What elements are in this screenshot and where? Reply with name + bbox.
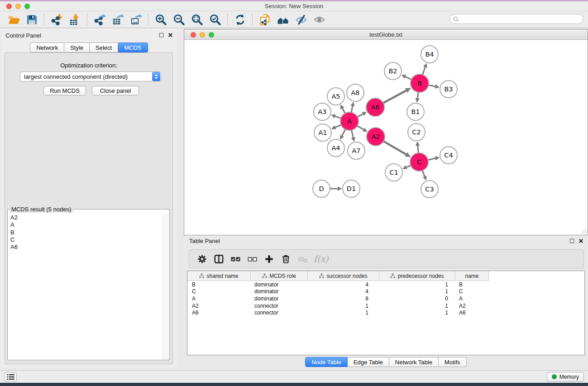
first-neighbors-icon[interactable] [274, 13, 292, 26]
cell-MCDS-role[interactable]: dominator [251, 281, 308, 288]
tab-network[interactable]: Network [30, 43, 64, 52]
cell-MCDS-role[interactable]: dominator [251, 295, 308, 302]
graph-node-A6[interactable]: A6 [366, 98, 384, 116]
mcds-result-item[interactable]: A2 [10, 214, 162, 221]
graph-edge-A-A3[interactable] [331, 114, 342, 119]
criterion-dropdown[interactable]: largest connected component (directed) [20, 71, 161, 81]
cell-MCDS-role[interactable]: connector [251, 303, 308, 309]
mcds-result-item[interactable]: B [10, 229, 162, 236]
open-session-icon[interactable] [5, 13, 23, 26]
graph-edge-B-B1[interactable] [415, 91, 420, 103]
graph-edge-C-C1[interactable] [402, 165, 411, 169]
import-table-icon[interactable] [66, 13, 84, 26]
graph-node-A7[interactable]: A7 [348, 142, 365, 159]
cell-predecessor-nodes[interactable]: 1 [379, 310, 455, 316]
cell-predecessor-nodes[interactable]: 1 [379, 303, 455, 309]
zoom-selected-icon[interactable] [206, 13, 224, 26]
cell-shared-name[interactable]: A [187, 295, 251, 302]
cell-name[interactable]: B [455, 281, 489, 288]
export-network-icon[interactable] [91, 13, 109, 26]
graph-node-D[interactable]: D [313, 180, 330, 197]
mcds-result-item[interactable]: C [10, 236, 162, 243]
search-box[interactable] [449, 14, 583, 24]
mcds-result-list[interactable]: A2ABCA6 [8, 212, 162, 360]
graph-edge-A6-B[interactable] [382, 88, 411, 103]
hide-selected-icon[interactable] [292, 13, 310, 26]
cell-successor-nodes[interactable]: 4 [308, 288, 379, 295]
cell-successor-nodes[interactable]: 1 [308, 303, 379, 309]
save-session-icon[interactable] [23, 13, 41, 26]
graph-node-C1[interactable]: C1 [385, 164, 402, 181]
column-header-MCDS-role[interactable]: MCDS role [251, 271, 308, 281]
graph-node-A3[interactable]: A3 [314, 103, 331, 120]
table-row[interactable]: Bdominator41B [187, 281, 584, 288]
graph-edge-C-C3[interactable] [422, 170, 426, 181]
cell-successor-nodes[interactable]: 4 [308, 281, 379, 288]
cell-name[interactable]: A [455, 295, 489, 302]
graph-node-B1[interactable]: B1 [407, 103, 424, 120]
show-all-icon[interactable] [310, 13, 328, 26]
graph-edge-C-C2[interactable] [416, 141, 420, 154]
graph-node-A5[interactable]: A5 [327, 88, 344, 105]
run-mcds-button[interactable]: Run MCDS [43, 86, 86, 95]
graph-node-C3[interactable]: C3 [421, 181, 438, 198]
graph-edge-C-C4[interactable] [427, 156, 440, 160]
graph-edge-B-B2[interactable] [402, 75, 412, 80]
table-row[interactable]: Adominator80A [187, 295, 584, 302]
graph-edge-A2-C[interactable] [383, 141, 411, 157]
task-history-button[interactable] [4, 372, 17, 381]
refresh-layout-icon[interactable] [231, 13, 249, 26]
add-column-icon[interactable] [261, 252, 277, 266]
cell-successor-nodes[interactable]: 1 [308, 310, 379, 316]
show-columns-icon[interactable] [210, 252, 227, 266]
graph-node-B2[interactable]: B2 [384, 62, 402, 80]
table-row[interactable]: Cdominator41C [187, 288, 584, 295]
tab-mcds[interactable]: MCDS [118, 43, 148, 52]
tab-select[interactable]: Select [90, 43, 118, 52]
graph-edge-D-D1[interactable] [329, 186, 342, 191]
mcds-result-item[interactable]: A [10, 221, 162, 229]
zoom-fit-icon[interactable] [188, 13, 206, 26]
graph-edge-A-A6[interactable] [357, 112, 367, 117]
cell-MCDS-role[interactable]: dominator [251, 288, 308, 295]
graph-edge-A-A4[interactable] [340, 129, 346, 140]
cell-shared-name[interactable]: B [187, 281, 251, 288]
column-header-shared-name[interactable]: shared name [187, 271, 251, 281]
graph-edge-A-A2[interactable] [357, 125, 368, 132]
cell-predecessor-nodes[interactable]: 0 [379, 295, 455, 302]
close-panel-icon[interactable] [167, 32, 173, 38]
table-tab-network-table[interactable]: Network Table [389, 357, 439, 367]
column-header-name[interactable]: name [455, 271, 489, 281]
graph-node-C2[interactable]: C2 [408, 124, 425, 141]
result-scrollbar[interactable] [163, 214, 169, 359]
graph-edge-A-A8[interactable] [350, 102, 354, 113]
graph-node-B4[interactable]: B4 [421, 46, 438, 63]
zoom-in-icon[interactable] [152, 13, 170, 26]
network-canvas[interactable]: B4B2BB3A8A5A6A3B1AC2A1A2A4A7C4CC1C3DD1 [184, 40, 588, 235]
graph-node-A2[interactable]: A2 [367, 128, 385, 146]
delete-column-icon[interactable] [277, 252, 294, 266]
cell-name[interactable]: C [455, 288, 489, 295]
graph-edge-B-B4[interactable] [422, 63, 427, 76]
graph-node-C4[interactable]: C4 [440, 147, 457, 164]
graph-node-A[interactable]: A [340, 112, 359, 130]
memory-button[interactable]: Memory [547, 372, 584, 381]
column-header-successor-nodes[interactable]: successor nodes [308, 271, 379, 281]
graph-node-A1[interactable]: A1 [314, 124, 331, 141]
search-input[interactable] [459, 16, 583, 22]
tab-style[interactable]: Style [64, 43, 90, 52]
graph-node-B3[interactable]: B3 [440, 81, 457, 98]
window-resize-grip[interactable] [581, 228, 588, 234]
table-tab-edge-table[interactable]: Edge Table [348, 357, 389, 367]
graph-edge-A-A1[interactable] [331, 124, 342, 129]
cell-name[interactable]: A6 [455, 310, 489, 316]
graph-node-A4[interactable]: A4 [327, 139, 344, 157]
graph-node-C[interactable]: C [410, 153, 428, 171]
cell-successor-nodes[interactable]: 8 [308, 295, 379, 302]
cell-shared-name[interactable]: C [187, 288, 251, 295]
graph-node-A8[interactable]: A8 [347, 84, 364, 101]
cell-MCDS-role[interactable]: connector [251, 310, 308, 316]
close-panel-button[interactable]: Close panel [92, 86, 139, 95]
column-header-predecessor-nodes[interactable]: predecessor nodes [379, 271, 455, 281]
select-all-icon[interactable] [227, 252, 244, 266]
